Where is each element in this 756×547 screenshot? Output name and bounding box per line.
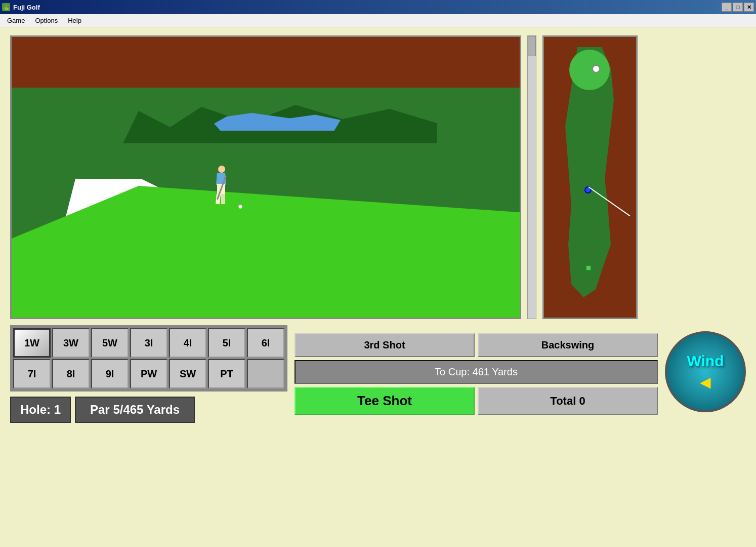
total-button[interactable]: Total 0 (478, 387, 658, 415)
golf-ball (238, 205, 242, 209)
backswing-button[interactable]: Backswing (478, 333, 658, 357)
club-info-section: 1W 3W 5W 3I 4I 5I 6I 7I 8I 9I PW SW PT H… (10, 325, 287, 423)
hole-info: Hole: 1 (10, 397, 71, 423)
minimap-cup (592, 65, 600, 73)
club-4i[interactable]: 4I (169, 328, 206, 358)
golfer (209, 166, 234, 206)
main-content: 1W 3W 5W 3I 4I 5I 6I 7I 8I 9I PW SW PT H… (0, 27, 756, 431)
club-grid: 1W 3W 5W 3I 4I 5I 6I 7I 8I 9I PW SW PT (10, 325, 287, 392)
club-7i[interactable]: 7I (13, 359, 51, 388)
menu-bar: Game Options Help (0, 14, 756, 27)
club-pw[interactable]: PW (130, 359, 167, 388)
club-8i[interactable]: 8I (52, 359, 90, 388)
club-1w[interactable]: 1W (13, 328, 51, 358)
wind-indicator: Wind ◀ (665, 331, 746, 412)
par-info: Par 5/465 Yards (75, 397, 195, 423)
menu-game[interactable]: Game (2, 15, 30, 26)
minimize-button[interactable]: _ (722, 3, 732, 12)
title-bar: ⛳ Fuji Golf _ □ ✕ (0, 0, 756, 14)
scrollbar-thumb[interactable] (528, 36, 536, 56)
golfer-leg-right (221, 194, 225, 204)
top-section (10, 35, 746, 319)
game-viewport (10, 35, 521, 319)
club-3w[interactable]: 3W (52, 328, 90, 358)
window-title: Fuji Golf (13, 4, 40, 11)
scrollbar-track[interactable] (527, 35, 536, 319)
tee-shot-button[interactable]: Tee Shot (295, 387, 475, 415)
window-controls[interactable]: _ □ ✕ (722, 3, 754, 12)
close-button[interactable]: ✕ (744, 3, 754, 12)
wind-label: Wind (687, 353, 724, 370)
club-6i[interactable]: 6I (247, 328, 284, 358)
maximize-button[interactable]: □ (733, 3, 743, 12)
golfer-head (218, 166, 225, 173)
club-5w[interactable]: 5W (91, 328, 129, 358)
minimap (542, 35, 638, 319)
cup-distance-display: To Cup: 461 Yards (295, 360, 658, 384)
club-empty (247, 359, 284, 388)
minimap-tee (585, 265, 592, 271)
club-3i[interactable]: 3I (130, 328, 167, 358)
club-9i[interactable]: 9I (91, 359, 129, 388)
minimap-green (569, 50, 610, 90)
shot-controls: 3rd Shot Backswing To Cup: 461 Yards Tee… (295, 333, 658, 415)
third-shot-button[interactable]: 3rd Shot (295, 333, 475, 357)
app-icon: ⛳ (2, 3, 10, 11)
club-5i[interactable]: 5I (208, 328, 245, 358)
club-sw[interactable]: SW (169, 359, 206, 388)
info-row: Hole: 1 Par 5/465 Yards (10, 397, 287, 423)
menu-help[interactable]: Help (63, 15, 87, 26)
club-pt[interactable]: PT (208, 359, 245, 388)
wind-arrow-icon: ◀ (700, 374, 711, 390)
shot-top-row: 3rd Shot Backswing (295, 333, 658, 357)
menu-options[interactable]: Options (30, 15, 63, 26)
bottom-section: 1W 3W 5W 3I 4I 5I 6I 7I 8I 9I PW SW PT H… (10, 325, 746, 423)
shot-bottom-row: Tee Shot Total 0 (295, 387, 658, 415)
